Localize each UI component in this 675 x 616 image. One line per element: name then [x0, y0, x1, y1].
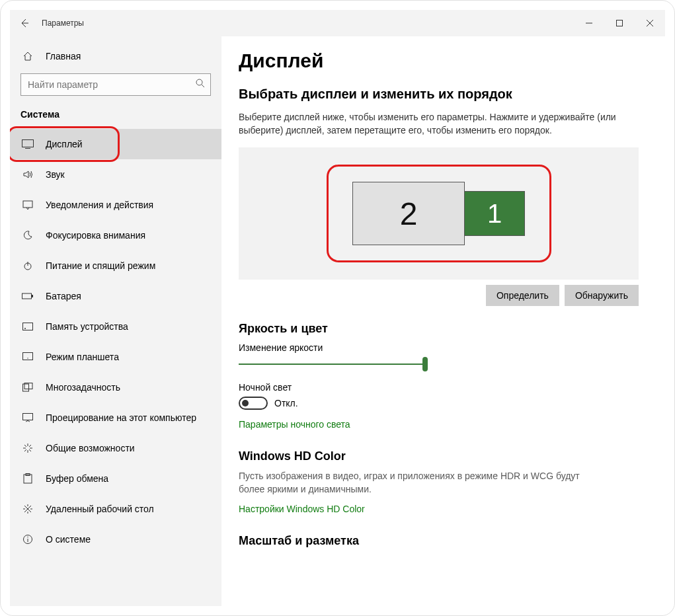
tablet-icon	[20, 352, 35, 362]
svg-rect-9	[23, 201, 32, 208]
hd-color-description: Пусть изображения в видео, играх и прило…	[239, 470, 596, 496]
remote-icon	[20, 504, 35, 514]
arrange-heading: Выбрать дисплеи и изменить их порядок	[239, 87, 639, 102]
power-icon	[20, 260, 35, 271]
night-light-settings-link[interactable]: Параметры ночного света	[239, 419, 350, 430]
home-icon	[20, 51, 35, 61]
svg-rect-13	[32, 295, 33, 297]
shared-icon	[20, 443, 35, 453]
slider-thumb[interactable]	[422, 357, 428, 371]
nav-item-about[interactable]: О системе	[10, 524, 221, 555]
nav-label: Питание и спящий режим	[46, 260, 155, 271]
display-arrange-panel[interactable]: 2 1	[239, 147, 639, 280]
sound-icon	[20, 169, 35, 180]
window-title: Параметры	[39, 19, 574, 28]
multitasking-icon	[20, 383, 35, 392]
identify-button[interactable]: Определить	[486, 285, 559, 306]
svg-line-25	[24, 445, 26, 447]
toggle-state-label: Откл.	[274, 398, 298, 408]
svg-line-26	[29, 445, 31, 447]
nav-label: Удаленный рабочий стол	[46, 504, 154, 514]
svg-rect-14	[23, 323, 33, 330]
nav-item-sound[interactable]: Звук	[10, 159, 221, 190]
nav-item-clipboard[interactable]: Буфер обмена	[10, 463, 221, 494]
svg-point-15	[24, 328, 26, 329]
clipboard-icon	[20, 473, 35, 484]
nav-label: Режим планшета	[46, 352, 119, 362]
nav-label: Общие возможности	[46, 443, 135, 453]
nav-label: Память устройства	[46, 321, 128, 332]
svg-rect-20	[23, 414, 33, 420]
nav-item-focus[interactable]: Фокусировка внимания	[10, 220, 221, 250]
minimize-button[interactable]	[574, 10, 604, 36]
nav-item-notifications[interactable]: Уведомления и действия	[10, 190, 221, 220]
nav-label: Батарея	[46, 291, 81, 301]
nav-label: Дисплей	[46, 139, 83, 149]
info-icon	[20, 534, 35, 545]
svg-line-6	[202, 85, 204, 87]
detect-button[interactable]: Обнаружить	[565, 285, 639, 306]
nav-item-remote[interactable]: Удаленный рабочий стол	[10, 494, 221, 524]
home-label: Главная	[46, 51, 81, 61]
svg-line-28	[29, 449, 31, 451]
home-nav-item[interactable]: Главная	[10, 44, 221, 68]
nav-label: Звук	[46, 169, 65, 180]
arrow-left-icon	[19, 18, 30, 28]
slider-track	[239, 364, 428, 365]
nav-item-power[interactable]: Питание и спящий режим	[10, 250, 221, 281]
night-light-label: Ночной свет	[239, 382, 639, 393]
svg-line-27	[24, 449, 26, 451]
moon-icon	[20, 230, 35, 241]
nav-item-storage[interactable]: Память устройства	[10, 311, 221, 342]
nav-label: Фокусировка внимания	[46, 230, 145, 241]
display-box-1[interactable]: 1	[464, 191, 525, 236]
battery-icon	[20, 292, 35, 300]
page-title: Дисплей	[239, 50, 639, 72]
display-box-2[interactable]: 2	[352, 182, 465, 245]
scale-heading: Масштаб и разметка	[239, 534, 639, 548]
display-icon	[20, 139, 35, 149]
search-icon	[195, 78, 206, 89]
nav-label: О системе	[46, 534, 91, 545]
hd-color-settings-link[interactable]: Настройки Windows HD Color	[239, 504, 365, 514]
maximize-button[interactable]	[604, 10, 635, 36]
content-area: Дисплей Выбрать дисплеи и изменить их по…	[221, 36, 665, 606]
nav-item-multitasking[interactable]: Многозадачность	[10, 372, 221, 403]
hd-color-heading: Windows HD Color	[239, 449, 639, 463]
brightness-slider[interactable]	[239, 357, 428, 371]
nav-item-shared[interactable]: Общие возможности	[10, 433, 221, 463]
back-button[interactable]	[10, 10, 39, 36]
svg-point-5	[196, 79, 202, 85]
nav-label: Многозадачность	[46, 382, 120, 393]
svg-rect-12	[22, 293, 32, 299]
minimize-icon	[586, 20, 592, 26]
night-light-toggle[interactable]	[239, 397, 268, 410]
close-icon	[647, 20, 653, 26]
arrange-description: Выберите дисплей ниже, чтобы изменить ег…	[239, 111, 622, 137]
svg-point-17	[27, 358, 28, 358]
brightness-heading: Яркость и цвет	[239, 322, 639, 336]
nav-item-projecting[interactable]: Проецирование на этот компьютер	[10, 403, 221, 433]
nav-label: Проецирование на этот компьютер	[46, 412, 196, 423]
nav-item-tablet[interactable]: Режим планшета	[10, 342, 221, 372]
svg-point-39	[27, 537, 28, 537]
nav-item-battery[interactable]: Батарея	[10, 281, 221, 311]
nav-item-display[interactable]: Дисплей	[10, 129, 221, 159]
storage-icon	[20, 323, 35, 330]
projecting-icon	[20, 413, 35, 422]
category-heading: Система	[10, 105, 221, 129]
nav-label: Буфер обмена	[46, 473, 108, 484]
svg-rect-18	[23, 384, 29, 391]
notifications-icon	[20, 200, 35, 210]
svg-rect-2	[617, 20, 623, 26]
search-input[interactable]	[20, 73, 211, 96]
brightness-label: Изменение яркости	[239, 342, 639, 353]
search-box[interactable]	[20, 73, 211, 96]
nav-label: Уведомления и действия	[46, 200, 153, 210]
svg-rect-7	[22, 140, 34, 147]
maximize-icon	[616, 20, 623, 26]
title-bar: Параметры	[10, 10, 665, 36]
sidebar: Главная Система Дисплей Звук	[10, 36, 221, 606]
close-button[interactable]	[635, 10, 665, 36]
svg-rect-16	[23, 353, 33, 360]
